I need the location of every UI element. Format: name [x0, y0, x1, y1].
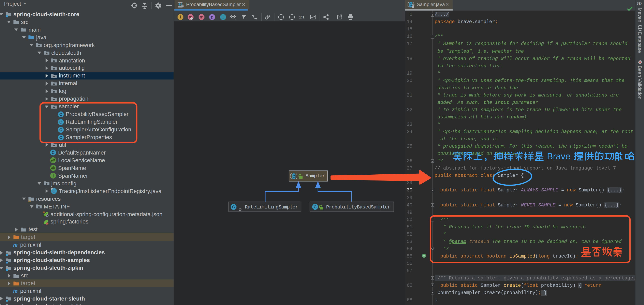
svg-text:I: I [53, 174, 54, 178]
svg-text:C: C [60, 135, 62, 140]
svg-text:C: C [410, 3, 412, 7]
svg-text:C: C [60, 127, 62, 132]
svg-text:@: @ [51, 166, 55, 170]
svg-text:C: C [60, 112, 62, 116]
svg-text:@: @ [51, 158, 55, 163]
svg-text:C: C [314, 204, 316, 209]
svg-text:C: C [52, 189, 55, 193]
svg-text:C: C [292, 174, 295, 178]
svg-text:C: C [52, 150, 54, 155]
svg-text:m: m [13, 242, 18, 248]
svg-text:C: C [232, 204, 235, 209]
svg-text:C: C [60, 120, 62, 124]
svg-text:m: m [13, 288, 18, 294]
